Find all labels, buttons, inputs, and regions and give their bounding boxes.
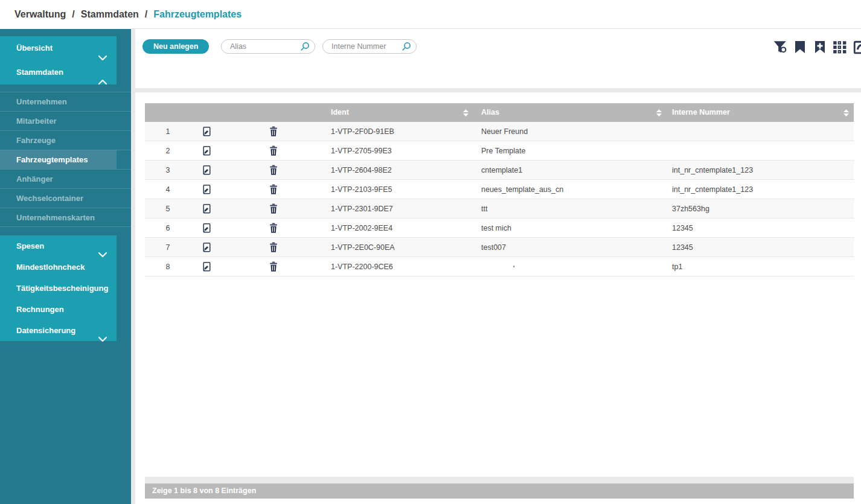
row-number: 4: [145, 180, 191, 199]
edit-icon[interactable]: [202, 126, 216, 138]
cell-alias: cntemplate1: [481, 161, 522, 180]
table-row: 5 1-VTP-2301-9DE7 ttt 37zh563hg: [145, 199, 854, 219]
bookmark-add-icon[interactable]: [811, 37, 828, 57]
cell-alias: test mich: [481, 219, 511, 238]
row-number: 1: [145, 122, 191, 141]
delete-icon[interactable]: [269, 183, 282, 196]
breadcrumb-stammdaten[interactable]: Stammdaten: [81, 9, 139, 20]
sort-icon[interactable]: [843, 109, 850, 118]
breadcrumb-separator: /: [145, 9, 147, 20]
edit-icon[interactable]: [202, 241, 216, 254]
row-number: 3: [145, 161, 191, 180]
cell-ident: 1-VTP-2103-9FE5: [331, 180, 392, 199]
chevron-down-icon: [98, 328, 107, 349]
column-header-ident[interactable]: Ident: [331, 103, 349, 122]
row-number: 6: [145, 219, 191, 238]
delete-icon[interactable]: [269, 203, 282, 215]
cell-ident: 1-VTP-2E0C-90EA: [331, 238, 395, 257]
bookmark-icon[interactable]: [792, 37, 808, 57]
row-number: 7: [145, 238, 191, 257]
edit-icon[interactable]: [202, 164, 216, 176]
delete-icon[interactable]: [269, 164, 282, 176]
column-header-interne-nummer[interactable]: Interne Nummer: [672, 103, 730, 122]
sidebar-item-label: Wechselcontainer: [16, 194, 83, 203]
sidebar-item-mindestlohncheck[interactable]: Mindestlohncheck: [0, 257, 117, 278]
sidebar-item-fahrzeugtemplates[interactable]: Fahrzeugtemplates: [0, 150, 131, 169]
templates-table: Ident Alias Interne Nummer 1: [145, 103, 854, 276]
sidebar-item-label: Spesen: [16, 241, 44, 250]
interne-nummer-search-field: [322, 39, 417, 54]
breadcrumb-fahrzeugtemplates[interactable]: Fahrzeugtemplates: [153, 9, 242, 20]
sidebar-item-datensicherung[interactable]: Datensicherung: [0, 320, 117, 341]
sidebar-item-taetigkeitsbescheinigung[interactable]: Tätigkeitsbescheinigung: [0, 278, 117, 299]
table-row: 7 1-VTP-2E0C-90EA test007 12345: [145, 238, 854, 257]
sidebar-item-label: Unternehmenskarten: [16, 213, 95, 222]
edit-icon[interactable]: [202, 222, 216, 234]
cell-ident: 1-VTP-2200-9CE6: [331, 257, 393, 276]
cell-interne-nummer: 37zh563hg: [672, 199, 709, 219]
cell-alias: ttt: [481, 199, 487, 219]
cell-alias: neues_template_aus_cn: [481, 180, 563, 199]
sidebar-item-label: Fahrzeuge: [16, 136, 56, 145]
breadcrumb-verwaltung[interactable]: Verwaltung: [14, 9, 66, 20]
sidebar-item-rechnungen[interactable]: Rechnungen: [0, 299, 117, 320]
sidebar-group-bottom: Spesen Mindestlohncheck Tätigkeitsbesche…: [0, 235, 117, 341]
table-row: 8 1-VTP-2200-9CE6 Sven template tp1: [145, 257, 854, 276]
divider: [145, 477, 854, 483]
cell-ident: 1-VTP-2705-99E3: [331, 141, 392, 161]
sidebar-item-stammdaten[interactable]: Stammdaten: [0, 60, 117, 85]
row-number: 5: [145, 199, 191, 219]
cell-interne-nummer: int_nr_cntemplate1_123: [672, 180, 753, 199]
cell-ident: 1-VTP-2002-9EE4: [331, 219, 392, 238]
edit-icon[interactable]: [202, 203, 216, 215]
new-entry-button[interactable]: Neu anlegen: [142, 39, 209, 54]
sidebar-item-unternehmen[interactable]: Unternehmen: [0, 92, 131, 111]
delete-icon[interactable]: [269, 126, 282, 138]
row-number: 2: [145, 141, 191, 161]
delete-icon[interactable]: [269, 222, 282, 234]
sidebar-item-label: Datensicherung: [16, 326, 75, 335]
sidebar: Übersicht Stammdaten Unternehmen Mitarbe…: [0, 29, 131, 504]
divider: [131, 29, 135, 504]
cell-interne-nummer: 12345: [672, 219, 693, 238]
breadcrumb: Verwaltung / Stammdaten / Fahrzeugtempla…: [0, 0, 861, 28]
search-icon[interactable]: [401, 41, 412, 52]
cell-interne-nummer: int_nr_cntemplate1_123: [672, 161, 753, 180]
search-icon[interactable]: [299, 41, 310, 52]
sidebar-item-label: Rechnungen: [16, 305, 64, 314]
delete-icon[interactable]: [269, 241, 282, 254]
sidebar-item-uebersicht[interactable]: Übersicht: [0, 36, 117, 60]
cell-ident: 1-VTP-2301-9DE7: [331, 199, 393, 219]
edit-icon[interactable]: [202, 183, 216, 196]
sidebar-item-unternehmenskarten[interactable]: Unternehmenskarten: [0, 208, 131, 227]
sort-icon[interactable]: [463, 109, 469, 118]
sidebar-item-wechselcontainer[interactable]: Wechselcontainer: [0, 188, 131, 208]
export-icon[interactable]: [851, 37, 861, 57]
sidebar-submenu: Unternehmen Mitarbeiter Fahrzeuge Fahrze…: [0, 92, 131, 227]
sort-icon[interactable]: [656, 109, 662, 118]
chevron-up-icon: [98, 70, 107, 94]
sidebar-item-anhaenger[interactable]: Anhänger: [0, 169, 131, 188]
edit-icon[interactable]: [202, 261, 216, 273]
sidebar-item-fahrzeuge[interactable]: Fahrzeuge: [0, 130, 131, 150]
filter-icon[interactable]: [772, 37, 789, 57]
cell-ident: 1-VTP-2604-98E2: [331, 161, 392, 180]
edit-icon[interactable]: [202, 145, 216, 157]
table-row: 1 1-VTP-2F0D-91EB Neuer Freund: [145, 122, 854, 141]
delete-icon[interactable]: [269, 261, 282, 273]
table-body: 1 1-VTP-2F0D-91EB Neuer Freund 2: [145, 122, 854, 276]
sidebar-item-spesen[interactable]: Spesen: [0, 235, 117, 257]
cell-alias: Pre Template: [481, 141, 525, 161]
toolbar-icon-bar: [772, 37, 861, 57]
sidebar-item-label: Mitarbeiter: [16, 116, 56, 126]
sidebar-item-label: Fahrzeugtemplates: [16, 155, 88, 164]
delete-icon[interactable]: [269, 145, 282, 157]
sidebar-item-label: Tätigkeitsbescheinigung: [16, 284, 108, 293]
alias-search-field: [221, 39, 315, 54]
sidebar-item-mitarbeiter[interactable]: Mitarbeiter: [0, 111, 131, 130]
column-toggle-icon[interactable]: [831, 37, 848, 57]
table-row: 3 1-VTP-2604-98E2 cntemplate1 int_nr_cnt…: [145, 161, 854, 180]
table-footer-info: Zeige 1 bis 8 von 8 Einträgen: [145, 483, 854, 499]
table-row: 4 1-VTP-2103-9FE5 neues_template_aus_cn …: [145, 180, 854, 199]
column-header-alias[interactable]: Alias: [481, 103, 499, 122]
